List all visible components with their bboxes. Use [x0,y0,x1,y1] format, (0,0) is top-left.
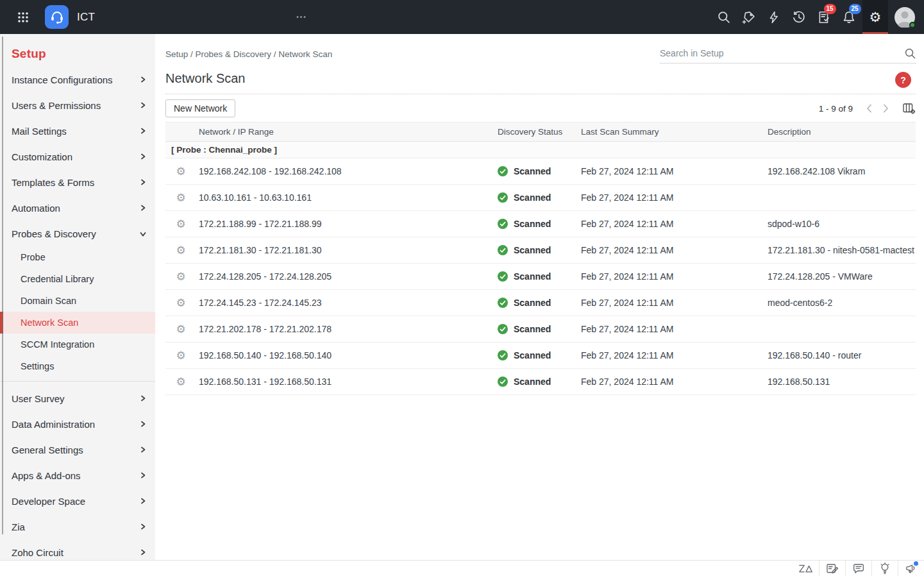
search-icon[interactable] [904,47,916,60]
sidebar-sub-item-label: Probe [21,252,46,262]
product-logo[interactable] [45,5,69,29]
sidebar-item[interactable]: Customization [0,144,155,169]
scanned-check-icon [498,219,508,229]
nav-item[interactable] [255,15,258,20]
table-row[interactable]: ⚙ 172.24.128.205 - 172.24.128.205 Scanne… [165,264,916,290]
discovery-status-cell: Scanned [498,271,576,282]
nav-item[interactable] [185,15,187,20]
quick-actions-bolt-icon[interactable] [766,9,782,26]
sidebar-title: Setup [0,34,155,67]
approvals-badge: 15 [824,4,836,14]
header-discovery-status[interactable]: Discovery Status [498,127,576,137]
setup-search-input[interactable] [660,48,904,58]
scanned-check-icon [498,377,508,387]
sidebar-item[interactable]: Templates & Forms [0,169,155,195]
sidebar-item[interactable]: Apps & Add-ons [0,462,155,488]
next-page-icon[interactable] [880,103,891,114]
app-switcher-grid-icon[interactable] [17,12,29,23]
previous-page-icon[interactable] [863,103,875,114]
breadcrumb[interactable]: Setup / Probes & Discovery / Network Sca… [165,49,332,59]
sidebar-sub-item[interactable]: Probe [0,246,155,268]
sidebar-item[interactable]: Zia [0,514,155,539]
row-actions-gear-icon[interactable]: ⚙ [176,271,185,282]
row-actions-gear-icon[interactable]: ⚙ [176,219,185,230]
announcements-megaphone-icon[interactable] [898,561,924,576]
sidebar-item[interactable]: Zoho Circuit [0,539,155,560]
sidebar-sub-item[interactable]: Credential Library [0,268,155,290]
row-actions-gear-icon[interactable]: ⚙ [176,298,185,309]
sidebar-sub-item[interactable]: Network Scan [0,312,155,334]
table-row[interactable]: ⚙ 192.168.242.108 - 192.168.242.108 Scan… [165,158,916,185]
network-ip-range-cell[interactable]: 192.168.50.131 - 192.168.50.131 [196,377,498,387]
sidebar-item[interactable]: User Survey [0,385,155,411]
header-description[interactable]: Description [765,127,916,137]
sidebar-item[interactable]: Mail Settings [0,118,155,144]
header-network-ip-range[interactable]: Network / IP Range [196,127,498,137]
column-chooser-icon[interactable] [903,103,916,114]
user-avatar[interactable] [895,7,915,28]
row-actions-gear-icon[interactable]: ⚙ [176,350,185,361]
table-row[interactable]: ⚙ 192.168.50.140 - 192.168.50.140 Scanne… [165,343,916,369]
network-ip-range-cell[interactable]: 10.63.10.161 - 10.63.10.161 [196,192,498,203]
row-actions-gear-icon[interactable]: ⚙ [176,377,185,387]
nav-item[interactable] [283,15,286,20]
row-actions-gear-icon[interactable]: ⚙ [176,245,185,256]
header-last-scan-summary[interactable]: Last Scan Summary [576,127,765,137]
table-row[interactable]: ⚙ 172.21.188.99 - 172.21.188.99 Scanned … [165,211,916,237]
sidebar-item[interactable]: Instance Configurations [0,67,155,92]
sidebar-item[interactable]: Developer Space [0,488,155,514]
sidebar-sub-item[interactable]: Settings [0,355,155,377]
feedback-icon[interactable] [819,561,845,576]
network-ip-range-cell[interactable]: 172.21.202.178 - 172.21.202.178 [196,324,498,334]
network-ip-range-cell[interactable]: 172.24.128.205 - 172.24.128.205 [196,271,498,282]
network-ip-range-cell[interactable]: 172.24.145.23 - 172.24.145.23 [196,298,498,308]
setup-gear-button[interactable]: ⚙ [862,0,888,34]
row-actions-gear-icon[interactable]: ⚙ [176,324,185,335]
network-ip-range-cell[interactable]: 192.168.242.108 - 192.168.242.108 [196,166,498,176]
sidebar-item[interactable]: General Settings [0,437,155,462]
row-actions-gear-icon[interactable]: ⚙ [176,166,185,177]
nav-item[interactable] [227,15,230,20]
new-tag-icon[interactable] [741,9,757,26]
nav-item[interactable] [142,15,145,20]
sidebar-scrollbar[interactable] [2,37,3,534]
network-ip-range-cell[interactable]: 172.21.181.30 - 172.21.181.30 [196,245,498,255]
new-network-button[interactable]: New Network [165,99,235,117]
sidebar-item[interactable]: Users & Permissions [0,92,155,118]
setup-search-box [660,44,916,64]
row-actions-gear-icon[interactable]: ⚙ [176,192,185,203]
sidebar-bottom-items: User Survey Data Administration General … [0,385,155,560]
notifications-bell-icon[interactable]: 25 [841,9,857,26]
help-button[interactable]: ? [895,72,911,88]
table-row[interactable]: ⚙ 172.24.145.23 - 172.24.145.23 Scanned … [165,290,916,316]
table-header: Network / IP Range Discovery Status Last… [165,122,916,142]
nav-item[interactable] [171,15,173,20]
nav-item[interactable] [128,15,131,20]
sidebar-sub-item[interactable]: SCCM Integration [0,334,155,355]
sidebar-item[interactable]: Automation [0,195,155,221]
nav-more-button[interactable]: ••• [296,13,307,21]
table-row[interactable]: ⚙ 10.63.10.161 - 10.63.10.161 Scanned Fe… [165,185,916,211]
table-row[interactable]: ⚙ 172.21.202.178 - 172.21.202.178 Scanne… [165,316,916,343]
sidebar-sub-item[interactable]: Domain Scan [0,290,155,312]
table-row[interactable]: ⚙ 172.21.181.30 - 172.21.181.30 Scanned … [165,237,916,264]
nav-item[interactable] [241,15,244,20]
search-icon[interactable] [716,9,732,26]
chevron-right-icon [140,421,146,427]
lightbulb-icon[interactable] [871,561,898,576]
sidebar-item[interactable]: Data Administration [0,411,155,437]
network-ip-range-cell[interactable]: 192.168.50.140 - 192.168.50.140 [196,350,498,360]
gear-icon: ⚙ [869,10,882,24]
history-icon[interactable] [791,9,807,26]
sidebar-item-probes-discovery[interactable]: Probes & Discovery [0,221,155,246]
nav-item[interactable] [269,15,272,20]
network-ip-range-cell[interactable]: 172.21.188.99 - 172.21.188.99 [196,219,498,229]
zia-assistant-icon[interactable] [793,561,819,576]
status-label: Scanned [514,219,551,229]
table-row[interactable]: ⚙ 192.168.50.131 - 192.168.50.131 Scanne… [165,369,916,395]
nav-item[interactable] [199,15,201,20]
approvals-icon[interactable]: 15 [816,9,832,26]
nav-item[interactable] [156,15,159,20]
nav-item[interactable] [213,15,215,20]
chat-icon[interactable] [845,561,871,576]
